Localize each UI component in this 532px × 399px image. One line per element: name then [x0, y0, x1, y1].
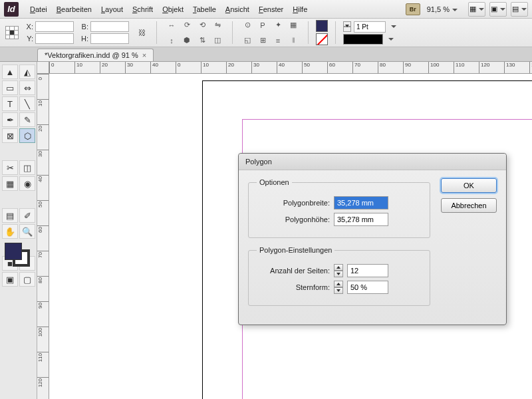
star-input[interactable]	[347, 281, 388, 294]
pencil-tool[interactable]: ✎	[19, 112, 35, 127]
scale-x-icon[interactable]: ↔	[164, 18, 179, 33]
wrap-icon[interactable]: ▦	[286, 18, 301, 33]
page-tool[interactable]: ▭	[2, 80, 18, 95]
menu-label: earbeiten	[61, 5, 92, 13]
sides-label: Anzahl der Seiten:	[257, 267, 330, 275]
hand-tool[interactable]: ✋	[2, 224, 18, 239]
normal-view-tool[interactable]: ▣	[2, 272, 18, 287]
pen-tool[interactable]: ✒	[2, 112, 18, 127]
rotate-ccw-icon[interactable]: ⟲	[195, 18, 209, 33]
corners-icon[interactable]: ◱	[240, 33, 255, 48]
select-content-icon[interactable]: ⊙	[240, 18, 255, 33]
menu-objekt[interactable]: Objekt	[158, 3, 188, 16]
gap-tool[interactable]: ⇔	[19, 80, 35, 95]
transform-group: ↔ ⟳ ⟲ ⇋ ↕ ⬢ ⇅ ◫	[164, 18, 225, 48]
rectangle-frame-tool[interactable]: ⊠	[2, 128, 18, 143]
zoom-tool[interactable]: 🔍	[19, 224, 35, 239]
note-tool[interactable]: ▤	[2, 208, 18, 223]
menu-tabelle[interactable]: Tabelle	[188, 3, 221, 16]
menu-ansicht[interactable]: Ansicht	[221, 3, 254, 16]
type-on-path-icon[interactable]: P	[255, 18, 270, 33]
line-tool[interactable]: ╲	[19, 96, 35, 111]
sides-stepper[interactable]	[334, 264, 343, 277]
menu-label: ayout	[105, 5, 123, 13]
control-bar: X: Y: B: H: ⛓ ↔ ⟳ ⟲ ⇋ ↕ ⬢ ⇅ ◫ ⊙ P ✦ ▦ ◱ …	[0, 19, 532, 47]
chevron-down-icon[interactable]	[391, 25, 396, 28]
polygon-width-label: Polygonbreite:	[257, 199, 330, 207]
horizontal-ruler[interactable]: 0102030400102030405060708090100110120130…	[49, 62, 532, 74]
x-input[interactable]	[35, 21, 74, 32]
y-label: Y:	[24, 35, 33, 43]
constrain-icon[interactable]: ⛓	[134, 25, 149, 40]
polygon-width-input[interactable]	[334, 196, 388, 209]
align-icon[interactable]: ≡	[271, 33, 285, 48]
menu-layout[interactable]: Layout	[96, 3, 128, 16]
vertical-ruler[interactable]: 0102030405060708090100110120130	[37, 74, 49, 399]
sides-input[interactable]	[347, 264, 388, 277]
width-input[interactable]	[90, 21, 129, 32]
stroke-style-preview[interactable]	[343, 34, 383, 45]
position-group: X: Y:	[24, 21, 74, 44]
menu-hilfe[interactable]: Hilfe	[288, 3, 312, 16]
chevron-down-icon	[479, 8, 484, 11]
select-container-icon[interactable]: ◫	[210, 33, 225, 48]
scale-y-icon[interactable]: ↕	[164, 33, 179, 48]
settings-fieldset: Polygon-Einstellungen Anzahl der Seiten:…	[248, 246, 430, 306]
divider	[335, 21, 336, 44]
y-input[interactable]	[35, 33, 74, 44]
free-transform-tool[interactable]: ◫	[19, 160, 35, 175]
selection-tool[interactable]: ▲	[2, 65, 18, 79]
fill-swatch-large[interactable]	[5, 243, 22, 260]
app-logo: Id	[4, 2, 19, 17]
menu-datei[interactable]: Datei	[25, 3, 52, 16]
zoom-level[interactable]: 91,5 %	[424, 4, 460, 15]
ok-button[interactable]: OK	[441, 178, 497, 193]
reference-point[interactable]	[5, 26, 19, 39]
chevron-down-icon	[452, 9, 458, 11]
fill-stroke-widget[interactable]	[2, 243, 35, 268]
star-stepper[interactable]	[334, 281, 343, 294]
preview-view-tool[interactable]: ▢	[19, 272, 35, 287]
effects-icon[interactable]: ✦	[271, 18, 285, 33]
menu-label: abelle	[196, 5, 215, 13]
eyedropper-tool[interactable]: ✐	[19, 208, 35, 223]
rotate-icon[interactable]: ⟳	[180, 18, 194, 33]
distribute-icon[interactable]: ⦀	[286, 33, 301, 48]
fill-swatch[interactable]	[316, 20, 328, 32]
menu-label: atei	[35, 5, 47, 13]
polygon-tool[interactable]: ⬡	[19, 128, 35, 143]
menu-label: enster	[263, 5, 284, 13]
chevron-down-icon	[521, 8, 527, 11]
stroke-weight-stepper[interactable]	[343, 21, 351, 32]
flip-h-icon[interactable]: ⇋	[210, 18, 225, 33]
menu-schrift[interactable]: Schrift	[128, 3, 158, 16]
chevron-down-icon[interactable]	[388, 38, 394, 41]
cancel-button[interactable]: Abbrechen	[441, 198, 497, 213]
arrange-button[interactable]: ▣	[489, 2, 507, 17]
gradient-swatch-tool[interactable]: ▦	[2, 176, 18, 191]
tool-panel: ▲ ◭ ▭ ⇔ T ╲ ✒ ✎ ⊠ ⬡ ✂ ◫ ▦ ◉ ▤ ✐ ✋ 🔍 ■ T …	[0, 62, 37, 399]
flip-v-icon[interactable]: ⇅	[195, 33, 209, 48]
shear-icon[interactable]: ⬢	[180, 33, 194, 48]
height-input[interactable]	[90, 33, 129, 44]
menu-fenster[interactable]: Fenster	[254, 3, 288, 16]
document-tab[interactable]: *Vektorgrafiken.indd @ 91 % ×	[37, 49, 154, 61]
fit-icon[interactable]: ⊞	[255, 33, 270, 48]
menu-bearbeiten[interactable]: Bearbeiten	[52, 3, 96, 16]
close-icon[interactable]: ×	[142, 51, 146, 59]
document-tab-title: *Vektorgrafiken.indd @ 91 %	[45, 51, 138, 59]
polygon-height-input[interactable]	[334, 213, 388, 226]
gradient-feather-tool[interactable]: ◉	[19, 176, 35, 191]
stroke-none-swatch[interactable]	[316, 33, 328, 45]
pathfinder-group: ⊙ P ✦ ▦ ◱ ⊞ ≡ ⦀	[240, 18, 301, 48]
options-fieldset: Optionen Polygonbreite: Polygonhöhe:	[248, 178, 430, 238]
ruler-corner	[37, 62, 49, 74]
workspace-button[interactable]: ▤	[511, 2, 528, 17]
scissors-tool[interactable]: ✂	[2, 160, 18, 175]
screen-mode-button[interactable]: ▦	[468, 2, 485, 17]
stroke-weight-input[interactable]	[354, 21, 386, 33]
star-label: Sternform:	[257, 283, 330, 291]
direct-selection-tool[interactable]: ◭	[19, 65, 35, 79]
type-tool[interactable]: T	[2, 96, 18, 111]
bridge-badge[interactable]: Br	[406, 3, 420, 15]
